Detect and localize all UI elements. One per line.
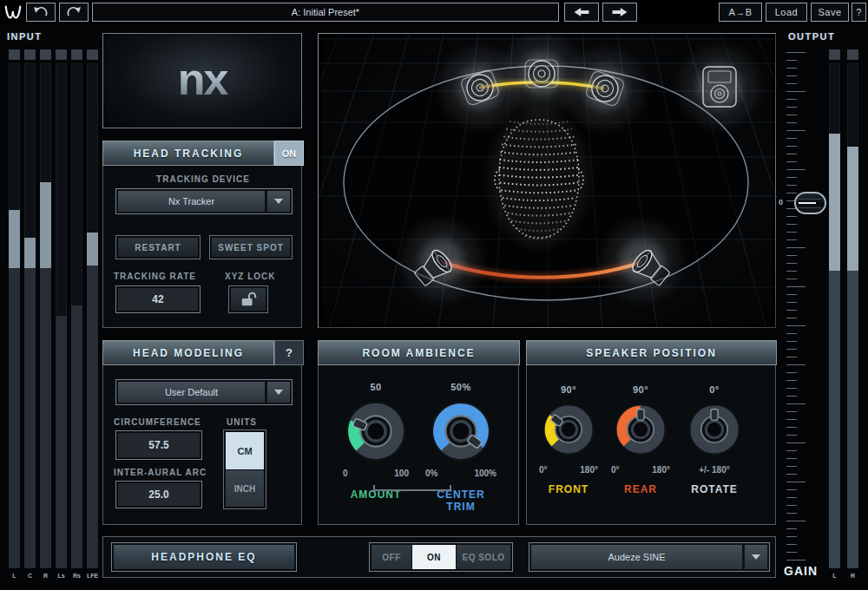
- clip-indicator: [40, 49, 51, 60]
- tracking-rate-value[interactable]: 42: [115, 285, 201, 313]
- front-knob[interactable]: [536, 397, 601, 462]
- head-modeling-header: HEAD MODELING: [102, 340, 274, 365]
- nx-logo-panel: nx: [102, 33, 302, 128]
- amount-knob[interactable]: [339, 394, 413, 469]
- meter-body: [40, 268, 51, 568]
- inter-aural-arc-label: INTER-AURAL ARC: [114, 468, 207, 477]
- undo-icon: [32, 6, 49, 18]
- input-label: INPUT: [7, 31, 43, 42]
- meter-body: [24, 268, 36, 568]
- load-button[interactable]: Load: [766, 3, 807, 22]
- room-ambience-header: ROOM AMBIENCE: [318, 340, 520, 365]
- meter-body: [71, 305, 82, 568]
- ab-compare-button[interactable]: A→B: [719, 3, 762, 22]
- fader-zero-label: 0: [779, 198, 786, 206]
- input-channel-label: L: [6, 573, 23, 579]
- prev-preset-button[interactable]: [564, 3, 599, 22]
- tracking-device-label: TRACKING DEVICE: [103, 174, 303, 184]
- save-button[interactable]: Save: [811, 3, 849, 22]
- meter-level: [40, 182, 51, 268]
- arrow-right-icon: [610, 6, 629, 18]
- room-visualization[interactable]: [318, 33, 776, 328]
- toolbar: A: Initial Preset* A→B Load Save ?: [0, 0, 868, 24]
- center-trim-knob-unit: 50% 0% 100% CENTER TRIM: [424, 382, 498, 513]
- redo-button[interactable]: [59, 3, 89, 22]
- speaker-position-header: SPEAKER POSITION: [526, 340, 777, 365]
- chevron-down-icon: [266, 382, 290, 403]
- center-trim-knob[interactable]: [424, 394, 498, 469]
- nx-logo: nx: [103, 34, 301, 128]
- tracking-rate-label: TRACKING RATE: [114, 272, 196, 281]
- clip-indicator: [71, 49, 82, 60]
- unlock-icon: [239, 291, 258, 308]
- units-switch: CM INCH: [223, 429, 266, 509]
- redo-icon: [65, 6, 82, 18]
- tracking-device-dropdown[interactable]: Nx Tracker: [115, 188, 293, 214]
- headphone-model-dropdown[interactable]: Audeze SINE: [529, 542, 770, 572]
- waves-nx-plugin-window: A: Initial Preset* A→B Load Save ? INPUT…: [0, 0, 868, 590]
- undo-button[interactable]: [26, 3, 56, 22]
- head-modeling-help-button[interactable]: ?: [274, 340, 304, 365]
- input-channel-label: R: [37, 573, 54, 579]
- head-tracking-on-button[interactable]: ON: [274, 141, 304, 166]
- arrow-left-icon: [572, 6, 591, 18]
- clip-indicator: [9, 49, 20, 60]
- amount-knob-unit: 50 0 100 AMOUNT: [339, 382, 413, 501]
- rear-knob[interactable]: [608, 397, 673, 462]
- meter-body: [847, 271, 858, 568]
- units-inch-button[interactable]: INCH: [226, 470, 264, 507]
- sweet-spot-button[interactable]: SWEET SPOT: [209, 235, 293, 259]
- headphone-eq-button[interactable]: HEADPHONE EQ: [111, 542, 297, 572]
- output-channel-label: L: [826, 573, 843, 579]
- output-gain-fader[interactable]: [794, 192, 826, 214]
- svg-text:nx: nx: [178, 54, 229, 104]
- meter-body: [87, 266, 98, 568]
- eq-off-button[interactable]: OFF: [372, 545, 411, 569]
- units-cm-button[interactable]: CM: [226, 432, 264, 469]
- meter-body: [9, 268, 20, 568]
- eq-on-button[interactable]: ON: [412, 545, 456, 569]
- meter-level: [9, 210, 20, 268]
- output-fader-scale: [786, 52, 809, 566]
- head-modeling-panel: HEAD MODELING ? User Default CIRCUMFEREN…: [102, 340, 302, 525]
- waves-logo-icon: [3, 3, 23, 22]
- input-channel-label: Rs: [69, 573, 85, 579]
- clip-indicator: [847, 49, 858, 60]
- input-channel-label: Ls: [53, 573, 69, 579]
- rotate-knob-unit: 0° +/- 180° ROTATE: [682, 384, 746, 495]
- help-button[interactable]: ?: [852, 3, 866, 22]
- xyz-lock-button[interactable]: [228, 285, 268, 313]
- meter-body: [56, 316, 67, 568]
- circumference-label: CIRCUMFERENCE: [114, 417, 201, 427]
- circumference-value[interactable]: 57.5: [115, 430, 202, 460]
- front-knob-unit: 90° 0° 180° FRONT: [536, 384, 601, 495]
- meter-level: [847, 147, 858, 271]
- headphone-eq-bar: HEADPHONE EQ OFF ON EQ SOLO Audeze SINE: [102, 536, 776, 578]
- ambience-link-bracket: [373, 485, 451, 491]
- meter-level: [24, 238, 36, 268]
- units-label: UNITS: [227, 417, 257, 427]
- next-preset-button[interactable]: [602, 3, 637, 22]
- meter-level: [87, 233, 98, 266]
- input-channel-label: LFE: [84, 573, 101, 579]
- output-label: OUTPUT: [788, 31, 835, 42]
- restart-button[interactable]: RESTART: [115, 235, 201, 259]
- eq-solo-button[interactable]: EQ SOLO: [457, 545, 510, 569]
- head-model-preset-dropdown[interactable]: User Default: [115, 379, 293, 405]
- xyz-lock-label: XYZ LOCK: [225, 272, 276, 281]
- meter-level: [829, 134, 840, 270]
- preset-name-field[interactable]: A: Initial Preset*: [92, 3, 559, 22]
- chevron-down-icon: [744, 545, 767, 569]
- output-channel-label: R: [845, 573, 861, 579]
- clip-indicator: [56, 49, 67, 60]
- meter-body: [829, 271, 840, 568]
- clip-indicator: [24, 49, 36, 60]
- gain-label: GAIN: [784, 564, 818, 578]
- preset-name: A: Initial Preset*: [292, 7, 359, 17]
- inter-aural-arc-value[interactable]: 25.0: [115, 481, 202, 508]
- rear-knob-unit: 90° 0° 180° REAR: [608, 384, 673, 495]
- head-tracking-panel: HEAD TRACKING ON TRACKING DEVICE Nx Trac…: [102, 141, 302, 328]
- rotate-knob[interactable]: [682, 397, 746, 462]
- eq-mode-switch: OFF ON EQ SOLO: [369, 542, 513, 572]
- head-tracking-header: HEAD TRACKING: [102, 141, 274, 166]
